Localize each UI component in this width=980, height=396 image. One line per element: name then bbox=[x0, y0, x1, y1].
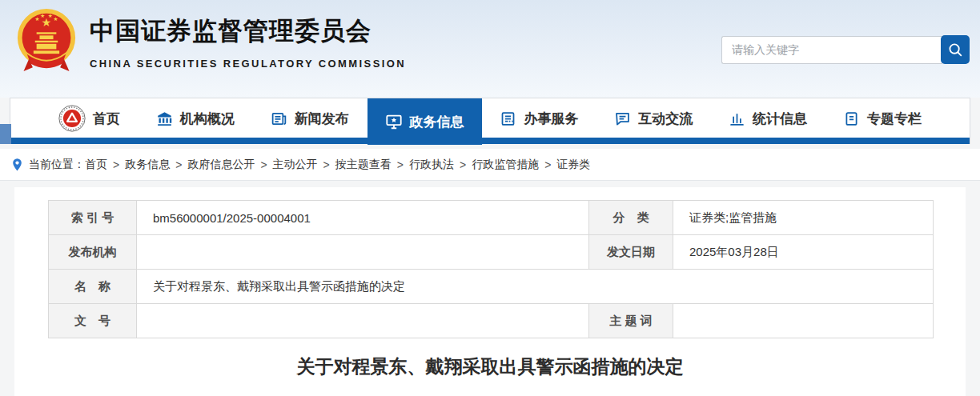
document-info-table: 索 引 号 bm56000001/2025-00004001 分 类 证券类;监… bbox=[48, 200, 934, 338]
search-input[interactable] bbox=[721, 36, 942, 64]
search-button[interactable] bbox=[941, 35, 970, 64]
breadcrumb: 当前位置： 首页 > 政务信息 > 政府信息公开 > 主动公开 > 按主题查看 … bbox=[0, 149, 980, 181]
nav-item-about[interactable]: 机构概况 bbox=[139, 98, 252, 138]
breadcrumb-separator: > bbox=[397, 158, 404, 171]
breadcrumb-separator: > bbox=[260, 158, 267, 171]
nav-item-government-info[interactable]: 政务信息 bbox=[368, 98, 482, 145]
document-icon bbox=[843, 110, 860, 127]
location-pin-icon bbox=[11, 158, 23, 172]
nav-item-label: 首页 bbox=[93, 110, 120, 128]
site-title-zh: 中国证券监督管理委员会 bbox=[90, 14, 406, 48]
keyword-value bbox=[673, 304, 934, 338]
table-row: 索 引 号 bm56000001/2025-00004001 分 类 证券类;监… bbox=[49, 201, 934, 235]
chat-bubble-icon bbox=[614, 110, 631, 127]
nav-item-label: 办事服务 bbox=[524, 110, 578, 128]
svg-text:★: ★ bbox=[35, 16, 40, 22]
breadcrumb-item-law-enforcement[interactable]: 行政执法 bbox=[409, 158, 454, 172]
keyword-label: 主 题 词 bbox=[589, 304, 673, 338]
breadcrumb-item-by-topic[interactable]: 按主题查看 bbox=[335, 158, 392, 172]
breadcrumb-separator: > bbox=[544, 158, 551, 171]
index-number-value: bm56000001/2025-00004001 bbox=[137, 201, 589, 235]
doc-number-label: 文 号 bbox=[49, 304, 137, 338]
breadcrumb-item-proactive-disclosure[interactable]: 主动公开 bbox=[273, 158, 318, 172]
table-row: 名 称 关于对程景东、戴翔采取出具警示函措施的决定 bbox=[49, 270, 934, 304]
nav-item-news[interactable]: 新闻发布 bbox=[253, 98, 367, 138]
doc-number-value bbox=[137, 304, 589, 338]
breadcrumb-separator: > bbox=[113, 158, 119, 171]
name-label: 名 称 bbox=[49, 270, 137, 304]
index-number-label: 索 引 号 bbox=[49, 201, 137, 235]
search-box bbox=[721, 35, 970, 64]
nav-item-interaction[interactable]: 互动交流 bbox=[596, 98, 710, 138]
content-card: 索 引 号 bm56000001/2025-00004001 分 类 证券类;监… bbox=[14, 187, 966, 396]
bar-chart-icon bbox=[729, 110, 745, 127]
issue-date-label: 发文日期 bbox=[589, 235, 673, 270]
publisher-value bbox=[137, 235, 589, 270]
publisher-label: 发布机构 bbox=[49, 235, 137, 270]
category-label: 分 类 bbox=[589, 201, 673, 235]
breadcrumb-item-info-disclosure[interactable]: 政府信息公开 bbox=[187, 158, 255, 172]
category-value: 证券类;监管措施 bbox=[673, 201, 934, 235]
breadcrumb-separator: > bbox=[323, 158, 330, 171]
main-nav: 首页 机构概况 新闻发布 bbox=[10, 98, 970, 144]
issue-date-value: 2025年03月28日 bbox=[673, 235, 934, 270]
breadcrumb-label: 当前位置： bbox=[29, 158, 85, 172]
breadcrumb-separator: > bbox=[460, 158, 466, 171]
svg-text:★: ★ bbox=[40, 13, 45, 18]
nav-item-label: 统计信息 bbox=[753, 110, 807, 128]
table-row: 发布机构 发文日期 2025年03月28日 bbox=[49, 235, 934, 270]
nav-item-services[interactable]: 办事服务 bbox=[482, 98, 596, 138]
nav-item-home[interactable]: 首页 bbox=[41, 98, 138, 138]
breadcrumb-item-gov-info[interactable]: 政务信息 bbox=[125, 158, 170, 172]
newspaper-icon bbox=[271, 110, 287, 127]
nav-item-label: 互动交流 bbox=[638, 110, 693, 128]
nav-item-label: 专题专栏 bbox=[867, 110, 922, 128]
nav-item-label: 政务信息 bbox=[410, 113, 464, 131]
site-titles: 中国证券监督管理委员会 CHINA SECURITIES REGULATORY … bbox=[90, 14, 406, 70]
nav-item-statistics[interactable]: 统计信息 bbox=[711, 98, 825, 138]
clipboard-list-icon bbox=[500, 110, 516, 127]
left-edge-decoration bbox=[0, 124, 11, 144]
search-icon bbox=[946, 41, 964, 58]
name-value: 关于对程景东、戴翔采取出具警示函措施的决定 bbox=[137, 270, 934, 304]
breadcrumb-item-home[interactable]: 首页 bbox=[85, 158, 107, 172]
svg-text:★: ★ bbox=[53, 16, 58, 22]
breadcrumb-separator: > bbox=[175, 158, 182, 171]
nav-item-label: 新闻发布 bbox=[295, 110, 349, 128]
bank-icon bbox=[156, 110, 173, 127]
breadcrumb-item-regulatory-measures[interactable]: 行政监管措施 bbox=[472, 158, 539, 172]
nav-item-label: 机构概况 bbox=[180, 110, 235, 128]
national-emblem-logo: ★ ★ ★ ★ ★ bbox=[16, 6, 77, 76]
document-title: 关于对程景东、戴翔采取出具警示函措施的决定 bbox=[14, 354, 966, 379]
site-title-en: CHINA SECURITIES REGULATORY COMMISSION bbox=[90, 58, 406, 70]
svg-text:★: ★ bbox=[48, 13, 53, 18]
csrc-logo-icon bbox=[58, 105, 86, 132]
site-header: ★ ★ ★ ★ ★ 中国证券监督管理委员会 CHINA SECURITIES R… bbox=[0, 0, 980, 98]
table-row: 文 号 主 题 词 bbox=[49, 304, 934, 338]
breadcrumb-item-securities[interactable]: 证券类 bbox=[556, 158, 590, 172]
monitor-star-icon bbox=[385, 113, 403, 130]
nav-item-special-topics[interactable]: 专题专栏 bbox=[825, 98, 939, 138]
